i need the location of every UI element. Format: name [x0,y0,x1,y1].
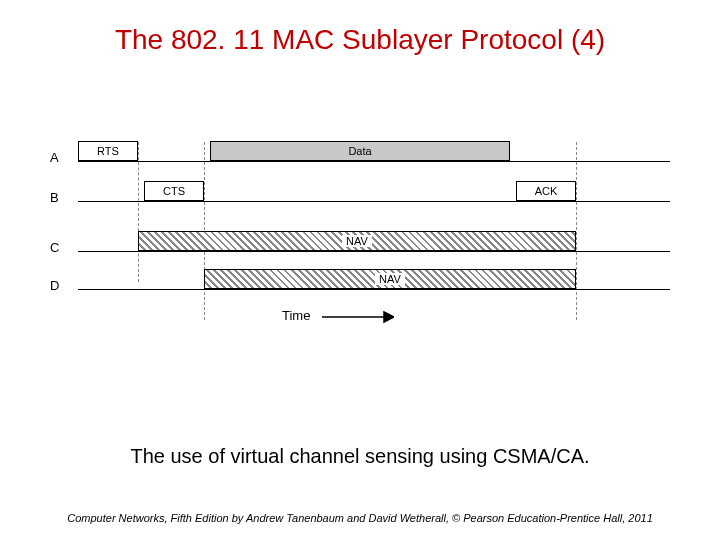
time-label: Time [282,308,310,323]
row-label-d: D [50,278,68,293]
guide-rts-end [138,142,139,282]
timeline-d: NAV [78,268,670,290]
frame-rts-label: RTS [97,145,119,157]
timeline-a: RTS Data [78,140,670,162]
frame-cts-label: CTS [163,185,185,197]
nav-d: NAV [204,269,576,289]
timing-diagram: A RTS Data B CTS ACK C NAV D NAV Time [50,140,670,360]
row-label-c: C [50,240,68,255]
time-arrow-icon [322,310,394,324]
page-title: The 802. 11 MAC Sublayer Protocol (4) [0,0,720,56]
frame-rts: RTS [78,141,138,161]
row-label-b: B [50,190,68,205]
frame-cts: CTS [144,181,204,201]
frame-data: Data [210,141,510,161]
timeline-c: NAV [78,230,670,252]
nav-c-label: NAV [342,235,372,247]
frame-ack-label: ACK [535,185,558,197]
frame-ack: ACK [516,181,576,201]
figure-caption: The use of virtual channel sensing using… [0,445,720,468]
timeline-b: CTS ACK [78,180,670,202]
nav-c: NAV [138,231,576,251]
nav-d-label: NAV [375,273,405,285]
row-label-a: A [50,150,68,165]
frame-data-label: Data [348,145,371,157]
svg-marker-1 [384,312,394,322]
footer-credit: Computer Networks, Fifth Edition by Andr… [0,512,720,524]
